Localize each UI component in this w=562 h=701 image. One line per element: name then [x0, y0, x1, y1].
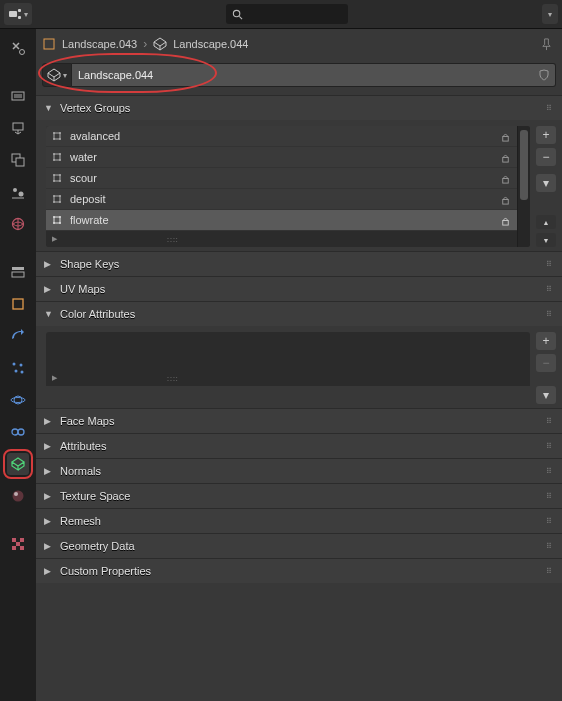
properties-search[interactable]	[226, 4, 348, 24]
chevron-down-icon: ▾	[548, 10, 552, 19]
tab-modifier[interactable]	[7, 325, 29, 347]
move-up-button[interactable]: ▲	[536, 215, 556, 229]
grip-icon[interactable]: ⠿	[546, 104, 554, 113]
tab-texture[interactable]	[7, 533, 29, 555]
attributes-header[interactable]: ▶Attributes⠿	[36, 434, 562, 458]
vertex-groups-header[interactable]: ▼ Vertex Groups ⠿	[36, 96, 562, 120]
chevron-right-icon: ▶	[44, 466, 54, 476]
tab-physics[interactable]	[7, 389, 29, 411]
chevron-right-icon: ▶	[44, 541, 54, 551]
vertex-group-item[interactable]: flowrate	[46, 210, 517, 231]
grip-icon[interactable]: ⠿	[546, 310, 554, 319]
chevron-down-icon: ▼	[44, 103, 54, 113]
vertex-group-item[interactable]: water	[46, 147, 517, 168]
lock-icon[interactable]	[500, 194, 511, 205]
pin-button[interactable]	[536, 34, 556, 54]
specials-dropdown[interactable]: ▾	[536, 174, 556, 192]
tab-tool[interactable]	[7, 37, 29, 59]
vgroup-icon	[50, 129, 64, 143]
svg-rect-55	[54, 196, 60, 202]
remove-button[interactable]: −	[536, 148, 556, 166]
tab-render[interactable]	[7, 85, 29, 107]
grip-icon[interactable]: ⠿	[546, 285, 554, 294]
vertex-group-name: water	[70, 151, 494, 163]
filter-toggle[interactable]: ▶	[52, 235, 57, 243]
tab-constraint[interactable]	[7, 421, 29, 443]
svg-point-3	[233, 10, 239, 16]
texture-space-header[interactable]: ▶Texture Space⠿	[36, 484, 562, 508]
vertex-groups-panel: avalanced water scour	[36, 120, 562, 251]
properties-icon	[8, 7, 22, 21]
datablock-browse-button[interactable]: ▾	[42, 63, 72, 87]
grip-icon[interactable]: ⠿	[546, 517, 554, 526]
lock-icon[interactable]	[500, 215, 511, 226]
svg-point-11	[13, 188, 17, 192]
breadcrumb-object[interactable]: Landscape.043	[62, 38, 137, 50]
svg-point-20	[21, 371, 24, 374]
grip-icon[interactable]: ⠿	[546, 492, 554, 501]
tab-world[interactable]	[7, 213, 29, 235]
tab-scene[interactable]	[7, 181, 29, 203]
panel-title: Remesh	[60, 515, 101, 527]
svg-point-22	[11, 398, 25, 403]
uv-maps-header[interactable]: ▶UV Maps⠿	[36, 277, 562, 301]
grip-icon[interactable]: ⠿	[546, 542, 554, 551]
chevron-right-icon: ▶	[44, 416, 54, 426]
tab-object-data[interactable]	[7, 453, 29, 475]
vgroup-icon	[50, 171, 64, 185]
grip-icon[interactable]: ::::	[167, 236, 179, 243]
svg-rect-30	[12, 546, 16, 550]
tab-view-layer[interactable]	[7, 149, 29, 171]
grip-icon[interactable]: ⠿	[546, 442, 554, 451]
vertex-groups-list[interactable]: avalanced water scour	[46, 126, 530, 247]
scrollbar-thumb[interactable]	[520, 130, 528, 200]
grip-icon[interactable]: ⠿	[546, 260, 554, 269]
vertex-group-item[interactable]: scour	[46, 168, 517, 189]
svg-rect-38	[503, 136, 509, 141]
panel-title: Attributes	[60, 440, 106, 452]
svg-rect-14	[12, 267, 24, 270]
tab-object[interactable]	[7, 293, 29, 315]
move-down-button[interactable]: ▼	[536, 233, 556, 247]
vertex-group-item[interactable]: avalanced	[46, 126, 517, 147]
tab-collection[interactable]	[7, 261, 29, 283]
search-input[interactable]	[247, 7, 342, 21]
geometry-data-header[interactable]: ▶Geometry Data⠿	[36, 534, 562, 558]
face-maps-header[interactable]: ▶Face Maps⠿	[36, 409, 562, 433]
svg-rect-15	[12, 272, 24, 277]
grip-icon[interactable]: ⠿	[546, 417, 554, 426]
normals-header[interactable]: ▶Normals⠿	[36, 459, 562, 483]
grip-icon[interactable]: ::::	[167, 375, 179, 382]
breadcrumb-data[interactable]: Landscape.044	[173, 38, 248, 50]
remove-button[interactable]: −	[536, 354, 556, 372]
color-attributes-header[interactable]: ▼ Color Attributes ⠿	[36, 302, 562, 326]
tab-output[interactable]	[7, 117, 29, 139]
svg-point-26	[14, 492, 18, 496]
lock-icon[interactable]	[500, 152, 511, 163]
lock-icon[interactable]	[500, 173, 511, 184]
chevron-right-icon: ▶	[44, 441, 54, 451]
panel-title: UV Maps	[60, 283, 105, 295]
chevron-right-icon: ▶	[44, 516, 54, 526]
custom-properties-header[interactable]: ▶Custom Properties⠿	[36, 559, 562, 583]
color-attributes-list[interactable]: ▶ ::::	[46, 332, 530, 386]
lock-icon[interactable]	[500, 131, 511, 142]
shape-keys-header[interactable]: ▶Shape Keys⠿	[36, 252, 562, 276]
tab-material[interactable]	[7, 485, 29, 507]
add-button[interactable]: +	[536, 126, 556, 144]
grip-icon[interactable]: ⠿	[546, 567, 554, 576]
filter-toggle[interactable]: ▶	[52, 374, 57, 382]
remesh-header[interactable]: ▶Remesh⠿	[36, 509, 562, 533]
options-dropdown[interactable]: ▾	[542, 4, 558, 24]
fake-user-button[interactable]	[533, 63, 556, 87]
editor-type-dropdown[interactable]: ▾	[4, 3, 32, 25]
grip-icon[interactable]: ⠿	[546, 467, 554, 476]
specials-dropdown[interactable]: ▾	[536, 386, 556, 404]
svg-point-5	[20, 50, 25, 55]
svg-rect-28	[20, 538, 24, 542]
datablock-name-field[interactable]	[72, 63, 533, 87]
tab-particle[interactable]	[7, 357, 29, 379]
vertex-group-item[interactable]: deposit	[46, 189, 517, 210]
add-button[interactable]: +	[536, 332, 556, 350]
list-scrollbar[interactable]	[517, 126, 530, 247]
